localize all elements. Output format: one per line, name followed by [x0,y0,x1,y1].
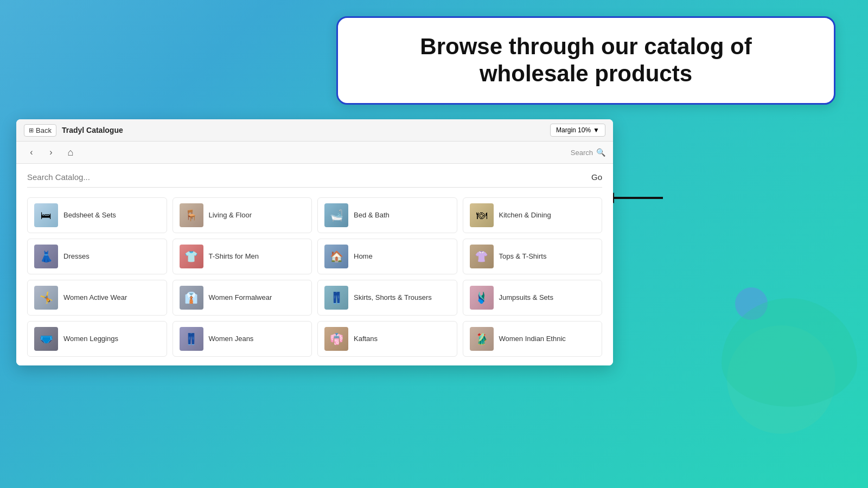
hero-title: Browse through our catalog of wholesale … [360,33,812,88]
hero-box: Browse through our catalog of wholesale … [336,16,835,105]
category-img-kaftans: 👘 [324,327,348,351]
category-img-tops: 👚 [470,245,494,268]
category-card-skirts[interactable]: 👖Skirts, Shorts & Trousers [317,280,457,316]
category-card-formalwear[interactable]: 👔Women Formalwear [173,280,312,316]
titlebar-left: ⊞ Back Tradyl Catalogue [24,124,123,137]
category-img-jeans: 👖 [180,327,203,351]
app-window: ⊞ Back Tradyl Catalogue Margin 10% ▼ ‹ ›… [16,119,613,365]
category-name-living: Living & Floor [209,211,252,220]
category-card-home[interactable]: 🏠Home [317,239,457,274]
category-img-bedbath: 🛁 [324,203,348,227]
category-name-activewear: Women Active Wear [63,293,127,303]
category-img-dresses: 👗 [34,245,58,268]
category-img-skirts: 👖 [324,286,348,310]
category-grid: 🛏Bedsheet & Sets🪑Living & Floor🛁Bed & Ba… [27,197,602,357]
category-card-bedsheet[interactable]: 🛏Bedsheet & Sets [27,197,167,233]
search-icon[interactable]: 🔍 [596,148,605,157]
category-img-home: 🏠 [324,245,348,268]
category-img-leggings: 🩲 [34,327,58,351]
back-icon: ⊞ [29,127,34,134]
go-button[interactable]: Go [591,172,602,182]
category-card-tshirts[interactable]: 👕T-Shirts for Men [173,239,312,274]
category-name-dresses: Dresses [63,252,90,261]
category-card-leggings[interactable]: 🩲Women Leggings [27,321,167,357]
nav-forward-icon: › [49,147,52,157]
category-card-tops[interactable]: 👚Tops & T-Shirts [463,239,603,274]
window-title: Tradyl Catalogue [62,126,123,134]
margin-label: Margin 10% [556,126,591,134]
browser-toolbar: ‹ › ⌂ Search 🔍 [16,142,613,164]
category-name-jumpsuits: Jumpsuits & Sets [499,293,553,303]
category-img-activewear: 🤸 [34,286,58,310]
category-name-ethnic: Women Indian Ethnic [499,335,566,344]
category-name-formalwear: Women Formalwear [209,293,272,303]
category-img-tshirts: 👕 [180,245,203,268]
content-area: Go 🛏Bedsheet & Sets🪑Living & Floor🛁Bed &… [16,164,613,365]
category-name-bedbath: Bed & Bath [354,211,390,220]
nav-home-button[interactable]: ⌂ [63,145,78,160]
category-name-kaftans: Kaftans [354,335,378,344]
category-card-kaftans[interactable]: 👘Kaftans [317,321,457,357]
category-name-tshirts: T-Shirts for Men [209,252,259,261]
category-img-kitchen: 🍽 [470,203,494,227]
category-img-bedsheet: 🛏 [34,203,58,227]
category-card-jeans[interactable]: 👖Women Jeans [173,321,312,357]
category-card-living[interactable]: 🪑Living & Floor [173,197,312,233]
browser-search-bar: Search 🔍 [571,148,605,157]
arrow-line [614,197,663,199]
titlebar: ⊞ Back Tradyl Catalogue Margin 10% ▼ [16,119,613,142]
category-name-leggings: Women Leggings [63,335,118,344]
category-card-ethnic[interactable]: 🥻Women Indian Ethnic [463,321,603,357]
category-name-bedsheet: Bedsheet & Sets [63,211,116,220]
category-img-jumpsuits: 🩱 [470,286,494,310]
home-icon: ⌂ [68,147,74,158]
category-img-ethnic: 🥻 [470,327,494,351]
category-img-living: 🪑 [180,203,203,227]
category-name-home: Home [354,252,373,261]
category-name-skirts: Skirts, Shorts & Trousers [354,293,432,303]
margin-button[interactable]: Margin 10% ▼ [550,124,605,137]
category-name-tops: Tops & T-Shirts [499,252,547,261]
category-name-jeans: Women Jeans [209,335,254,344]
arrow-left [606,192,663,203]
margin-dropdown-icon: ▼ [593,126,599,134]
search-placeholder-text: Search [571,149,593,157]
nav-back-icon: ‹ [30,147,33,157]
category-card-dresses[interactable]: 👗Dresses [27,239,167,274]
nav-back-button[interactable]: ‹ [24,145,39,160]
category-img-formalwear: 👔 [180,286,203,310]
category-card-bedbath[interactable]: 🛁Bed & Bath [317,197,457,233]
category-name-kitchen: Kitchen & Dining [499,211,551,220]
nav-forward-button[interactable]: › [43,145,59,160]
category-card-activewear[interactable]: 🤸Women Active Wear [27,280,167,316]
search-catalog-row: Go [27,172,602,188]
nav-buttons: ‹ › ⌂ [24,145,78,160]
category-card-kitchen[interactable]: 🍽Kitchen & Dining [463,197,603,233]
category-card-jumpsuits[interactable]: 🩱Jumpsuits & Sets [463,280,603,316]
back-button[interactable]: ⊞ Back [24,124,56,137]
search-catalog-input[interactable] [27,172,591,182]
